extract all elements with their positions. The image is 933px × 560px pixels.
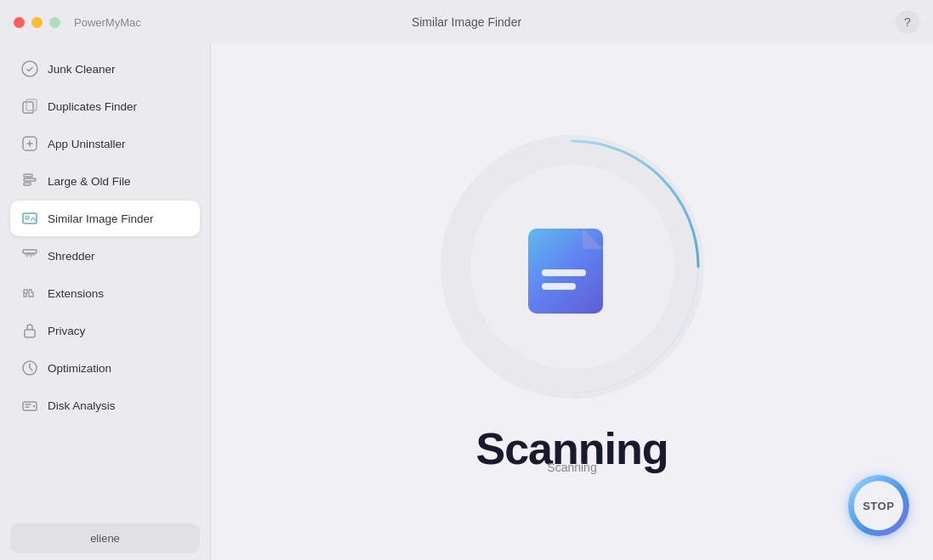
sidebar-item-junk-cleaner[interactable]: Junk Cleaner — [10, 51, 200, 87]
maximize-button[interactable] — [49, 17, 60, 28]
content-area: Scanning Scanning STOP — [211, 44, 933, 560]
sidebar-item-label: Duplicates Finder — [48, 100, 137, 113]
traffic-lights — [14, 17, 60, 28]
sidebar-item-label: Similar Image Finder — [48, 212, 154, 225]
minimize-button[interactable] — [31, 17, 43, 28]
svg-point-0 — [22, 61, 37, 76]
sidebar-item-disk-analysis[interactable]: Disk Analysis — [10, 387, 200, 423]
stop-button[interactable]: STOP — [848, 475, 909, 536]
scan-circle — [436, 131, 708, 403]
stop-button-inner: STOP — [854, 481, 903, 530]
sidebar-item-label: Shredder — [48, 250, 95, 263]
close-button[interactable] — [14, 17, 25, 28]
sidebar-item-privacy[interactable]: Privacy — [10, 313, 200, 348]
svg-rect-5 — [24, 178, 36, 181]
sidebar-item-label: Large & Old File — [48, 175, 131, 188]
help-button[interactable]: ? — [896, 10, 919, 34]
sidebar-item-app-uninstaller[interactable]: App Uninstaller — [10, 126, 200, 161]
sidebar-item-label: Extensions — [48, 287, 104, 300]
svg-rect-10 — [25, 330, 35, 337]
sidebar-item-duplicates-finder[interactable]: Duplicates Finder — [10, 88, 200, 124]
title-bar: PowerMyMac Similar Image Finder ? — [0, 0, 933, 44]
sidebar-item-label: Optimization — [48, 362, 111, 375]
svg-point-13 — [33, 405, 35, 407]
svg-rect-19 — [542, 269, 586, 276]
sidebar-item-label: Privacy — [48, 325, 85, 337]
privacy-icon — [20, 321, 39, 340]
sidebar: Junk Cleaner Duplicates Finder App Unins… — [0, 44, 211, 560]
sidebar-item-label: App Uninstaller — [48, 138, 126, 150]
large-old-file-icon — [20, 172, 39, 190]
duplicates-finder-icon — [20, 97, 39, 116]
sidebar-item-label: Disk Analysis — [48, 399, 116, 412]
document-icon — [517, 212, 628, 322]
extensions-icon — [20, 284, 39, 303]
svg-rect-6 — [24, 183, 31, 185]
app-uninstaller-icon — [20, 134, 39, 153]
svg-rect-7 — [23, 213, 37, 223]
svg-rect-1 — [23, 102, 33, 113]
junk-cleaner-icon — [20, 59, 39, 78]
sidebar-item-similar-image-finder[interactable]: Similar Image Finder — [10, 201, 200, 236]
svg-rect-4 — [24, 174, 32, 177]
svg-point-8 — [26, 216, 29, 219]
sidebar-item-optimization[interactable]: Optimization — [10, 350, 200, 386]
app-name: PowerMyMac — [74, 16, 141, 29]
main-layout: Junk Cleaner Duplicates Finder App Unins… — [0, 44, 933, 560]
sidebar-item-extensions[interactable]: Extensions — [10, 275, 200, 311]
user-badge[interactable]: eliene — [10, 523, 200, 553]
sidebar-item-large-old-file[interactable]: Large & Old File — [10, 163, 200, 199]
disk-analysis-icon — [20, 396, 39, 415]
sidebar-item-shredder[interactable]: Shredder — [10, 238, 200, 274]
svg-rect-20 — [542, 283, 576, 290]
shredder-icon — [20, 246, 39, 265]
header-title: Similar Image Finder — [412, 15, 521, 29]
optimization-icon — [20, 359, 39, 377]
stop-label: STOP — [862, 500, 894, 512]
similar-image-finder-icon — [20, 209, 39, 228]
scan-container: Scanning Scanning — [436, 131, 708, 474]
sidebar-item-label: Junk Cleaner — [48, 63, 116, 76]
scanning-text-group: Scanning Scanning — [475, 423, 668, 474]
svg-rect-2 — [26, 99, 37, 110]
svg-rect-9 — [23, 250, 37, 253]
